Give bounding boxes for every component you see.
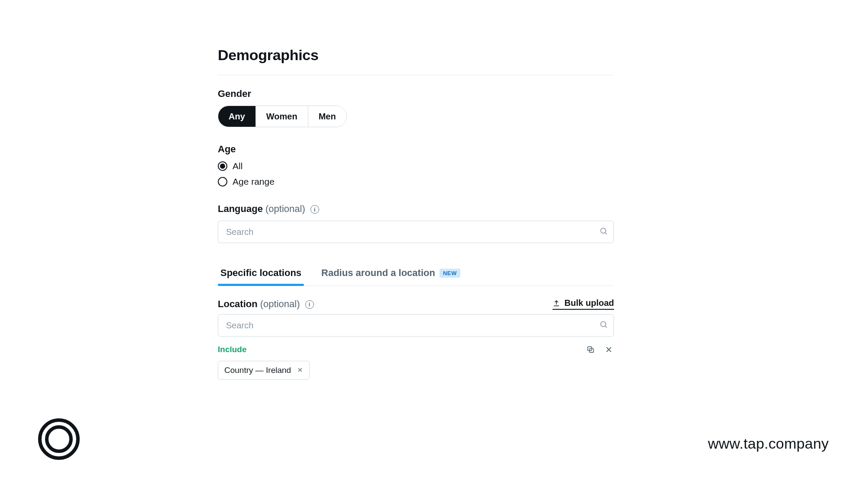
info-icon[interactable]: i — [310, 205, 319, 214]
gender-option-men[interactable]: Men — [308, 106, 346, 127]
age-radio-group: All Age range — [218, 161, 614, 187]
age-option-label: Age range — [233, 177, 275, 187]
search-icon — [599, 320, 608, 331]
language-search-input[interactable] — [218, 221, 614, 243]
location-search-input[interactable] — [218, 314, 614, 337]
gender-segmented-control: Any Women Men — [218, 106, 347, 127]
language-search — [218, 221, 614, 243]
age-option-range[interactable]: Age range — [218, 177, 614, 187]
section-title: Demographics — [218, 47, 614, 64]
svg-line-3 — [605, 326, 607, 328]
radio-icon — [218, 161, 227, 171]
demographics-panel: Demographics Gender Any Women Men Age Al… — [218, 47, 614, 380]
chip-remove-icon[interactable] — [297, 366, 303, 375]
upload-icon — [553, 299, 560, 307]
brand-logo-icon — [37, 417, 81, 461]
include-label: Include — [218, 345, 247, 354]
location-chip: Country — Ireland — [218, 361, 310, 380]
location-label: Location (optional) i — [218, 299, 314, 310]
age-option-all[interactable]: All — [218, 161, 614, 171]
copy-icon[interactable] — [585, 344, 596, 355]
gender-option-women[interactable]: Women — [255, 106, 308, 127]
search-icon — [599, 227, 608, 237]
svg-point-11 — [47, 427, 71, 451]
close-icon[interactable] — [604, 344, 614, 355]
svg-point-2 — [601, 321, 606, 327]
language-label: Language (optional) i — [218, 203, 614, 215]
tab-specific-locations[interactable]: Specific locations — [218, 261, 304, 286]
age-option-label: All — [233, 161, 242, 171]
radio-icon — [218, 177, 227, 186]
age-label: Age — [218, 144, 614, 155]
include-row-actions — [585, 344, 614, 355]
svg-point-0 — [601, 228, 606, 233]
footer-url: www.tap.company — [708, 435, 829, 452]
tab-radius-location[interactable]: Radius around a location NEW — [319, 261, 463, 286]
bulk-upload-button[interactable]: Bulk upload — [553, 298, 614, 310]
info-icon[interactable]: i — [305, 300, 314, 309]
gender-label: Gender — [218, 88, 614, 100]
svg-line-1 — [605, 233, 607, 234]
include-row: Include — [218, 344, 614, 355]
new-badge: NEW — [439, 269, 460, 278]
chip-label: Country — Ireland — [224, 366, 291, 375]
location-header: Location (optional) i Bulk upload — [218, 298, 614, 310]
location-tabs: Specific locations Radius around a locat… — [218, 261, 614, 286]
location-search — [218, 314, 614, 337]
gender-option-any[interactable]: Any — [218, 106, 255, 127]
divider — [218, 75, 614, 75]
